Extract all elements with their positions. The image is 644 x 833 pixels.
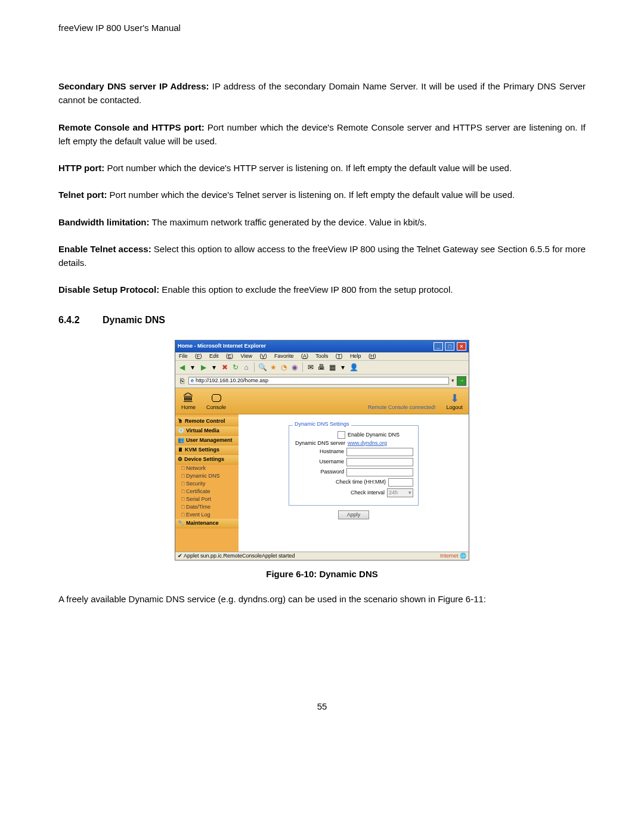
refresh-icon[interactable]: ↻ [231,363,240,371]
enable-dns-checkbox[interactable] [338,431,345,439]
zone-indicator: Internet 🌐 [440,553,466,559]
nav-console[interactable]: 🖵 Console [206,393,226,410]
kvm-icon: 🖥 [178,447,183,453]
para-http-port: HTTP port: Port number which the device'… [58,161,586,175]
sidebar-sub-event-log[interactable]: Event Log [175,511,239,519]
text: Port number which the device's Telnet se… [107,190,515,200]
menu-file[interactable]: File (F) [179,353,202,359]
label: Telnet port: [58,190,107,200]
links-icon[interactable]: ⎘ [178,377,186,385]
para-disable-setup: Disable Setup Protocol: Enable this opti… [58,283,586,296]
minimize-button[interactable]: _ [434,342,443,351]
address-bar: ⎘ e http://192.168.10.20/home.asp ▾ → [175,374,469,388]
username-input[interactable] [346,458,413,466]
maximize-button[interactable]: □ [445,342,454,351]
section-title: Dynamic DNS [103,315,165,325]
nav-logout[interactable]: ⬇ Logout [446,393,463,410]
menu-help[interactable]: Help (H) [350,353,376,359]
hostname-input[interactable] [346,448,413,456]
close-button[interactable]: × [457,342,466,351]
ie-page-icon: e [191,378,194,383]
remote-control-icon: 🖱 [178,419,183,424]
sidebar-item-maintenance[interactable]: 🔧Maintenance [175,519,239,528]
history-icon[interactable]: ◔ [280,363,288,371]
sidebar-item-remote-control[interactable]: 🖱Remote Control [175,417,239,426]
users-icon: 👥 [178,438,184,443]
check-interval-select[interactable]: 24h▾ [387,488,413,497]
toolbar: ◀ ▾ ▶ ▾ ✖ ↻ ⌂ 🔍 ★ ◔ ◉ ✉ 🖶 ▦ ▾ 👤 [175,361,469,374]
label: Remote Console and HTTPS port: [58,122,205,132]
dns-server-link[interactable]: www.dyndns.org [348,441,413,446]
check-time-input[interactable] [388,478,413,487]
sidebar-sub-date-time[interactable]: Date/Time [175,503,239,511]
label: Secondary DNS server IP Address: [58,81,209,91]
menu-view[interactable]: View (V) [241,353,267,359]
dropdown-icon[interactable]: ▾ [210,363,218,371]
sidebar-sub-serial-port[interactable]: Serial Port [175,496,239,503]
sidebar-item-kvm-settings[interactable]: 🖥KVM Settings [175,445,239,455]
media-icon[interactable]: ◉ [290,363,299,371]
dropdown-icon[interactable]: ▾ [339,363,347,371]
sidebar-sub-security[interactable]: Security [175,480,239,488]
para-remote-console-port: Remote Console and HTTPS port: Port numb… [58,120,586,148]
maintenance-icon: 🔧 [178,521,184,526]
window-titlebar[interactable]: Home - Microsoft Internet Explorer _ □ × [175,340,469,352]
label: Enable Telnet access: [58,244,151,254]
label: Logout [446,404,463,410]
sidebar-sub-dynamic-dns[interactable]: Dynamic DNS [175,472,239,480]
sidebar-item-user-management[interactable]: 👥User Management [175,436,239,445]
nav-home[interactable]: 🏛 Home [181,393,196,410]
stop-icon[interactable]: ✖ [221,363,229,371]
status-text: ✔ Applet sun.pp.ic.RemoteConsoleApplet s… [178,553,295,559]
apply-button[interactable]: Apply [338,510,370,519]
settings-icon: ⚙ [178,457,182,462]
fieldset-legend: Dynamic DNS Settings [293,422,351,427]
menu-favorites[interactable]: Favorite (A) [274,353,308,359]
sidebar-sub-certificate[interactable]: Certificate [175,488,239,496]
text: Enable this option to exclude the freeVi… [159,284,453,295]
check-interval-label: Check interval [294,490,385,496]
sidebar-sub-network[interactable]: Network [175,465,239,472]
window-title: Home - Microsoft Internet Explorer [178,343,266,349]
home-icon[interactable]: ⌂ [242,363,250,371]
edit-icon[interactable]: ▦ [328,363,336,371]
url-field[interactable]: e http://192.168.10.20/home.asp [188,377,449,385]
main-panel: Dynamic DNS Settings Enable Dynamic DNS … [239,414,469,552]
password-input[interactable] [346,468,413,476]
favorites-icon[interactable]: ★ [269,363,277,371]
sidebar-item-device-settings[interactable]: ⚙Device Settings [175,455,239,465]
menu-edit[interactable]: Edit (E) [209,353,233,359]
dropdown-icon[interactable]: ▾ [188,363,197,371]
closing-paragraph: A freely available Dynamic DNS service (… [58,592,586,606]
section-heading: 6.4.2Dynamic DNS [58,315,586,326]
hostname-label: Hostname [294,449,344,454]
home-icon: 🏛 [181,393,196,404]
url-dropdown-icon[interactable]: ▾ [451,378,454,383]
text: The maximum network traffic generated by… [149,217,426,227]
page-header: freeView IP 800 User's Manual [58,23,586,33]
console-icon: 🖵 [206,393,226,404]
forward-icon[interactable]: ▶ [199,363,208,371]
dns-server-label: Dynamic DNS server [294,441,345,446]
section-number: 6.4.2 [58,315,103,326]
page-number: 55 [58,701,586,711]
password-label: Password [294,469,344,475]
sidebar: 🖱Remote Control 💿Virtual Media 👥User Man… [175,414,239,552]
connection-status: Remote Console connected! [368,405,436,410]
messenger-icon[interactable]: 👤 [349,363,358,371]
window-buttons: _ □ × [433,342,466,351]
sidebar-item-virtual-media[interactable]: 💿Virtual Media [175,426,239,436]
menu-tools[interactable]: Tools (T) [315,353,342,359]
status-bar: ✔ Applet sun.pp.ic.RemoteConsoleApplet s… [175,552,469,560]
chevron-down-icon: ▾ [408,490,411,496]
menu-bar: File (F) Edit (E) View (V) Favorite (A) … [175,352,469,361]
app-banner: 🏛 Home 🖵 Console Remote Console connecte… [175,388,469,414]
embedded-screenshot: Home - Microsoft Internet Explorer _ □ ×… [175,340,469,561]
back-icon[interactable]: ◀ [178,363,186,371]
search-icon[interactable]: 🔍 [258,363,267,371]
go-button[interactable]: → [457,376,466,386]
print-icon[interactable]: 🖶 [317,363,326,371]
mail-icon[interactable]: ✉ [306,363,315,371]
label: Console [206,404,226,410]
text: Port number which the device's HTTP serv… [104,163,512,173]
